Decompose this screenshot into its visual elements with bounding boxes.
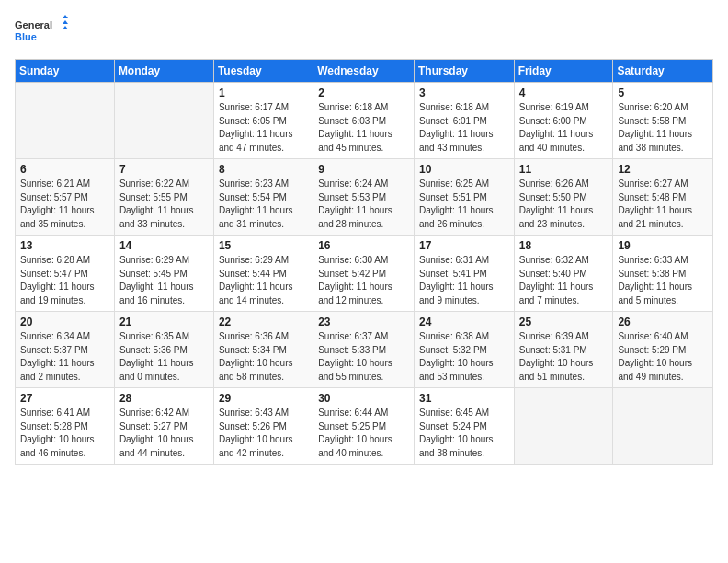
day-number: 15 xyxy=(219,239,308,252)
logo: General Blue xyxy=(15,15,70,52)
day-info: Sunrise: 6:32 AMSunset: 5:40 PMDaylight:… xyxy=(519,254,609,307)
day-info: Sunrise: 6:18 AMSunset: 6:01 PMDaylight:… xyxy=(419,101,509,155)
weekday-header: Tuesday xyxy=(213,60,313,83)
calendar-week-row: 27 Sunrise: 6:41 AMSunset: 5:28 PMDaylig… xyxy=(16,388,713,465)
day-info: Sunrise: 6:24 AMSunset: 5:53 PMDaylight:… xyxy=(318,178,409,231)
day-number: 2 xyxy=(318,86,409,99)
calendar-cell: 10 Sunrise: 6:25 AMSunset: 5:51 PMDaylig… xyxy=(414,159,514,236)
day-info: Sunrise: 6:26 AMSunset: 5:50 PMDaylight:… xyxy=(519,178,609,231)
day-number: 25 xyxy=(519,316,609,328)
day-info: Sunrise: 6:31 AMSunset: 5:41 PMDaylight:… xyxy=(419,254,509,307)
day-number: 5 xyxy=(618,86,708,99)
day-info: Sunrise: 6:33 AMSunset: 5:38 PMDaylight:… xyxy=(618,254,708,307)
calendar-cell: 29 Sunrise: 6:43 AMSunset: 5:26 PMDaylig… xyxy=(213,388,313,465)
weekday-header: Sunday xyxy=(16,60,115,83)
day-number: 18 xyxy=(519,239,609,252)
day-info: Sunrise: 6:22 AMSunset: 5:55 PMDaylight:… xyxy=(119,178,209,231)
calendar-cell: 14 Sunrise: 6:29 AMSunset: 5:45 PMDaylig… xyxy=(114,236,213,312)
day-info: Sunrise: 6:44 AMSunset: 5:25 PMDaylight:… xyxy=(318,407,409,460)
svg-marker-4 xyxy=(63,26,68,29)
svg-marker-3 xyxy=(63,20,68,24)
calendar-cell: 15 Sunrise: 6:29 AMSunset: 5:44 PMDaylig… xyxy=(213,236,313,312)
calendar-cell: 8 Sunrise: 6:23 AMSunset: 5:54 PMDayligh… xyxy=(213,159,313,236)
day-number: 28 xyxy=(119,392,209,405)
calendar-cell: 13 Sunrise: 6:28 AMSunset: 5:47 PMDaylig… xyxy=(16,236,115,312)
day-info: Sunrise: 6:28 AMSunset: 5:47 PMDaylight:… xyxy=(20,254,109,307)
svg-text:General: General xyxy=(15,19,52,30)
calendar-cell: 12 Sunrise: 6:27 AMSunset: 5:48 PMDaylig… xyxy=(613,159,713,236)
day-info: Sunrise: 6:25 AMSunset: 5:51 PMDaylight:… xyxy=(419,178,509,231)
day-info: Sunrise: 6:35 AMSunset: 5:36 PMDaylight:… xyxy=(119,330,209,384)
calendar-week-row: 6 Sunrise: 6:21 AMSunset: 5:57 PMDayligh… xyxy=(16,159,713,236)
calendar-cell: 16 Sunrise: 6:30 AMSunset: 5:42 PMDaylig… xyxy=(313,236,415,312)
day-info: Sunrise: 6:29 AMSunset: 5:45 PMDaylight:… xyxy=(119,254,209,307)
day-number: 10 xyxy=(419,163,509,176)
day-info: Sunrise: 6:19 AMSunset: 6:00 PMDaylight:… xyxy=(519,101,609,155)
day-info: Sunrise: 6:36 AMSunset: 5:34 PMDaylight:… xyxy=(219,330,308,384)
day-number: 31 xyxy=(419,392,509,405)
calendar-cell: 27 Sunrise: 6:41 AMSunset: 5:28 PMDaylig… xyxy=(16,388,115,465)
logo-svg: General Blue xyxy=(15,15,70,52)
calendar-cell: 31 Sunrise: 6:45 AMSunset: 5:24 PMDaylig… xyxy=(414,388,514,465)
day-number: 21 xyxy=(119,316,209,328)
calendar-cell: 18 Sunrise: 6:32 AMSunset: 5:40 PMDaylig… xyxy=(514,236,613,312)
calendar-cell: 11 Sunrise: 6:26 AMSunset: 5:50 PMDaylig… xyxy=(514,159,613,236)
calendar-cell: 24 Sunrise: 6:38 AMSunset: 5:32 PMDaylig… xyxy=(414,312,514,388)
calendar-cell: 22 Sunrise: 6:36 AMSunset: 5:34 PMDaylig… xyxy=(213,312,313,388)
day-number: 27 xyxy=(20,392,109,405)
day-number: 29 xyxy=(219,392,308,405)
day-info: Sunrise: 6:27 AMSunset: 5:48 PMDaylight:… xyxy=(618,178,708,231)
day-info: Sunrise: 6:34 AMSunset: 5:37 PMDaylight:… xyxy=(20,330,109,384)
day-number: 16 xyxy=(318,239,409,252)
day-number: 1 xyxy=(219,86,308,99)
calendar-cell: 26 Sunrise: 6:40 AMSunset: 5:29 PMDaylig… xyxy=(613,312,713,388)
weekday-header-row: SundayMondayTuesdayWednesdayThursdayFrid… xyxy=(16,60,713,83)
weekday-header: Thursday xyxy=(414,60,514,83)
calendar-cell: 6 Sunrise: 6:21 AMSunset: 5:57 PMDayligh… xyxy=(16,159,115,236)
calendar-cell: 9 Sunrise: 6:24 AMSunset: 5:53 PMDayligh… xyxy=(313,159,415,236)
calendar-table: SundayMondayTuesdayWednesdayThursdayFrid… xyxy=(15,59,713,465)
calendar-cell xyxy=(16,83,115,159)
day-info: Sunrise: 6:42 AMSunset: 5:27 PMDaylight:… xyxy=(119,407,209,460)
day-number: 11 xyxy=(519,163,609,176)
day-info: Sunrise: 6:41 AMSunset: 5:28 PMDaylight:… xyxy=(20,407,109,460)
calendar-cell: 5 Sunrise: 6:20 AMSunset: 5:58 PMDayligh… xyxy=(613,83,713,159)
calendar-week-row: 1 Sunrise: 6:17 AMSunset: 6:05 PMDayligh… xyxy=(16,83,713,159)
calendar-cell: 4 Sunrise: 6:19 AMSunset: 6:00 PMDayligh… xyxy=(514,83,613,159)
calendar-week-row: 13 Sunrise: 6:28 AMSunset: 5:47 PMDaylig… xyxy=(16,236,713,312)
day-info: Sunrise: 6:20 AMSunset: 5:58 PMDaylight:… xyxy=(618,101,708,155)
day-number: 20 xyxy=(20,316,109,328)
day-number: 3 xyxy=(419,86,509,99)
day-info: Sunrise: 6:37 AMSunset: 5:33 PMDaylight:… xyxy=(318,330,409,384)
svg-marker-2 xyxy=(63,15,68,18)
day-info: Sunrise: 6:21 AMSunset: 5:57 PMDaylight:… xyxy=(20,178,109,231)
day-number: 13 xyxy=(20,239,109,252)
day-number: 24 xyxy=(419,316,509,328)
calendar-cell xyxy=(114,83,213,159)
day-number: 22 xyxy=(219,316,308,328)
weekday-header: Wednesday xyxy=(313,60,415,83)
day-info: Sunrise: 6:18 AMSunset: 6:03 PMDaylight:… xyxy=(318,101,409,155)
day-number: 17 xyxy=(419,239,509,252)
svg-text:Blue: Blue xyxy=(15,31,37,42)
header: General Blue xyxy=(15,15,713,52)
calendar-cell xyxy=(613,388,713,465)
day-number: 7 xyxy=(119,163,209,176)
calendar-cell: 25 Sunrise: 6:39 AMSunset: 5:31 PMDaylig… xyxy=(514,312,613,388)
day-number: 23 xyxy=(318,316,409,328)
weekday-header: Saturday xyxy=(613,60,713,83)
calendar-cell: 21 Sunrise: 6:35 AMSunset: 5:36 PMDaylig… xyxy=(114,312,213,388)
day-number: 26 xyxy=(618,316,708,328)
day-info: Sunrise: 6:39 AMSunset: 5:31 PMDaylight:… xyxy=(519,330,609,384)
day-info: Sunrise: 6:29 AMSunset: 5:44 PMDaylight:… xyxy=(219,254,308,307)
day-number: 4 xyxy=(519,86,609,99)
day-info: Sunrise: 6:17 AMSunset: 6:05 PMDaylight:… xyxy=(219,101,308,155)
calendar-cell xyxy=(514,388,613,465)
calendar-cell: 2 Sunrise: 6:18 AMSunset: 6:03 PMDayligh… xyxy=(313,83,415,159)
page-container: General Blue SundayMondayTuesdayWednesda… xyxy=(0,0,728,563)
calendar-cell: 28 Sunrise: 6:42 AMSunset: 5:27 PMDaylig… xyxy=(114,388,213,465)
day-number: 6 xyxy=(20,163,109,176)
day-info: Sunrise: 6:23 AMSunset: 5:54 PMDaylight:… xyxy=(219,178,308,231)
day-info: Sunrise: 6:38 AMSunset: 5:32 PMDaylight:… xyxy=(419,330,509,384)
calendar-cell: 1 Sunrise: 6:17 AMSunset: 6:05 PMDayligh… xyxy=(213,83,313,159)
